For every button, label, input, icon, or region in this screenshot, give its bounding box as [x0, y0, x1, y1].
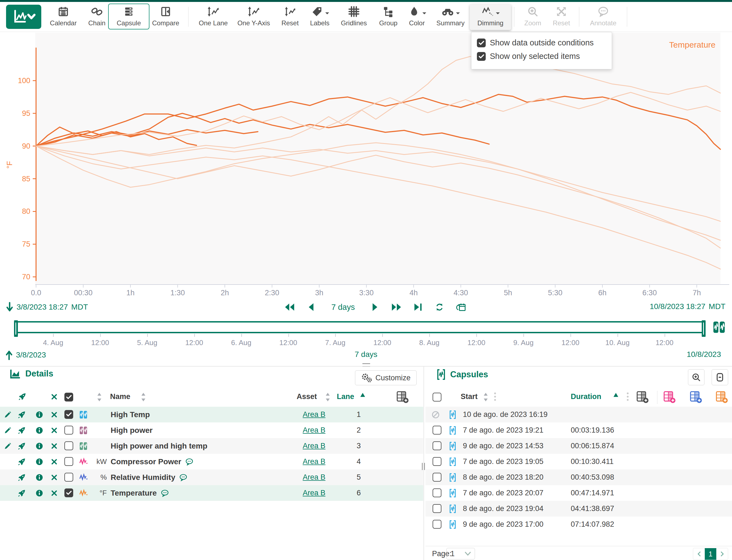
start-column-menu-icon[interactable] — [494, 391, 496, 402]
row-select-checkbox[interactable] — [64, 488, 73, 497]
worksheet-view-selector-button[interactable] — [6, 5, 41, 29]
pager-prev-button[interactable] — [693, 548, 705, 560]
menu-item-show-data-outside-conditions[interactable]: Show data outside conditions — [471, 36, 612, 50]
toolbar-compare-button[interactable]: Compare — [145, 4, 186, 30]
asset-link[interactable]: Area B — [303, 454, 326, 469]
info-icon[interactable] — [35, 422, 43, 438]
item-name[interactable]: Compressor Power — [111, 454, 193, 469]
remove-icon[interactable] — [51, 469, 58, 485]
capsule-select-checkbox[interactable] — [433, 504, 441, 513]
table-row[interactable]: High power and high tempArea B3 — [0, 438, 423, 454]
add-condition-column-blue-icon[interactable] — [690, 391, 702, 405]
pager-next-button[interactable] — [716, 548, 728, 560]
asset-link[interactable]: Area B — [303, 469, 326, 485]
sort-start-icon[interactable] — [483, 392, 488, 403]
item-name[interactable]: Relative Humidity — [111, 469, 187, 485]
sort-duration-asc-icon[interactable] — [613, 392, 619, 399]
item-name[interactable]: Temperature — [111, 485, 169, 501]
pin-icon[interactable] — [18, 407, 26, 422]
toolbar-summary-button[interactable]: Summary — [430, 4, 471, 30]
capsule-select-checkbox[interactable] — [433, 441, 441, 450]
capsule-select-checkbox[interactable] — [433, 488, 441, 497]
step-forward-button[interactable] — [390, 301, 403, 313]
plot-area[interactable] — [35, 33, 720, 285]
investigate-end-date[interactable]: 10/8/2023 — [687, 350, 721, 359]
end-datetime[interactable]: 10/8/2023 18:27 — [650, 302, 705, 311]
comment-bubble-icon[interactable] — [161, 490, 169, 497]
row-select-checkbox[interactable] — [64, 410, 73, 419]
capsule-row[interactable]: 9 de ago. de 2023 14:5300:06:15.874 — [425, 438, 732, 454]
panel-vertical-divider[interactable] — [424, 367, 424, 560]
row-select-checkbox[interactable] — [64, 457, 73, 466]
display-range-duration[interactable]: 7 days — [331, 303, 355, 312]
select-all-checkbox[interactable] — [64, 393, 73, 401]
comment-bubble-icon[interactable] — [185, 458, 193, 465]
add-condition-column-orange-icon[interactable] — [715, 391, 728, 405]
add-column-icon[interactable] — [636, 391, 649, 405]
pin-icon[interactable] — [18, 438, 26, 454]
toolbar-one-lane-button[interactable]: One Lane — [193, 4, 234, 30]
page-select[interactable]: 1 — [446, 548, 475, 559]
table-row[interactable]: kWCompressor PowerArea B4 — [0, 454, 423, 469]
duration-column-header[interactable]: Duration — [571, 392, 601, 401]
info-icon[interactable] — [35, 438, 43, 454]
investigate-range-slider[interactable] — [15, 321, 704, 333]
edit-icon[interactable] — [4, 407, 12, 422]
sort-icon[interactable] — [97, 392, 102, 403]
capsule-select-checkbox[interactable] — [433, 473, 441, 482]
toolbar-dimming-button[interactable]: Dimming — [470, 4, 511, 30]
table-row[interactable]: High powerArea B2 — [0, 422, 423, 438]
half-step-back-button[interactable] — [305, 301, 317, 313]
pin-icon[interactable] — [18, 485, 26, 501]
toolbar-one-y-axis-button[interactable]: One Y-Axis — [233, 4, 274, 30]
add-condition-column-pink-icon[interactable] — [663, 391, 676, 405]
checkbox-show-data-outside-conditions[interactable] — [477, 39, 486, 47]
vertical-resize-handle-icon[interactable] — [422, 463, 425, 470]
name-column-header[interactable]: Name — [110, 392, 130, 401]
remove-all-icon[interactable] — [51, 393, 58, 401]
capsule-row[interactable]: 10 de ago. de 2023 16:19 — [425, 407, 732, 422]
sort-asset-icon[interactable] — [325, 392, 330, 403]
capsule-select-checkbox[interactable] — [433, 457, 441, 466]
duration-column-menu-icon[interactable] — [626, 391, 629, 402]
edit-icon[interactable] — [4, 438, 12, 454]
trend-chart[interactable]: 100959085807570°F0.000:301h1:302h2:303h3… — [0, 32, 732, 300]
pin-icon[interactable] — [18, 469, 26, 485]
remove-icon[interactable] — [51, 422, 58, 438]
capsule-select-checkbox[interactable] — [433, 426, 441, 435]
lane-column-header[interactable]: Lane — [337, 392, 354, 401]
pin-all-icon[interactable] — [18, 392, 26, 402]
toolbar-capsule-button[interactable]: Capsule — [108, 4, 149, 29]
half-step-forward-button[interactable] — [369, 301, 381, 313]
step-back-button[interactable] — [283, 301, 296, 313]
row-select-checkbox[interactable] — [64, 441, 73, 450]
asset-link[interactable]: Area B — [303, 438, 326, 454]
info-icon[interactable] — [35, 469, 43, 485]
remove-icon[interactable] — [51, 485, 58, 501]
capsule-time-icon[interactable] — [713, 321, 725, 335]
remove-icon[interactable] — [51, 454, 58, 469]
item-name[interactable]: High power — [111, 422, 152, 438]
axis-group-label[interactable]: Temperature — [669, 40, 715, 49]
edit-icon[interactable] — [4, 422, 12, 438]
remove-icon[interactable] — [51, 407, 58, 422]
capsule-row[interactable]: 9 de ago. de 2023 17:0007:14:07.982 — [425, 517, 732, 532]
table-row[interactable]: %Relative HumidityArea B5 — [0, 469, 423, 485]
zoom-to-capsule-button[interactable] — [688, 369, 704, 385]
info-icon[interactable] — [35, 454, 43, 469]
row-select-checkbox[interactable] — [64, 426, 73, 435]
add-column-icon[interactable] — [396, 391, 409, 405]
remove-icon[interactable] — [51, 438, 58, 454]
investigate-range-icon[interactable] — [455, 301, 467, 313]
step-to-end-button[interactable] — [412, 301, 424, 313]
table-row[interactable]: High TempArea B1 — [0, 407, 423, 422]
collapse-panel-button[interactable] — [712, 369, 728, 385]
start-datetime[interactable]: 3/8/2023 18:27 — [17, 303, 68, 312]
info-icon[interactable] — [35, 485, 43, 501]
customize-button[interactable]: Customize — [355, 370, 417, 385]
start-column-header[interactable]: Start — [461, 392, 478, 401]
item-name[interactable]: High power and high temp — [111, 438, 207, 454]
capsule-select-checkbox[interactable] — [433, 520, 441, 529]
sort-lane-asc-icon[interactable] — [360, 392, 365, 399]
pin-icon[interactable] — [18, 454, 26, 469]
